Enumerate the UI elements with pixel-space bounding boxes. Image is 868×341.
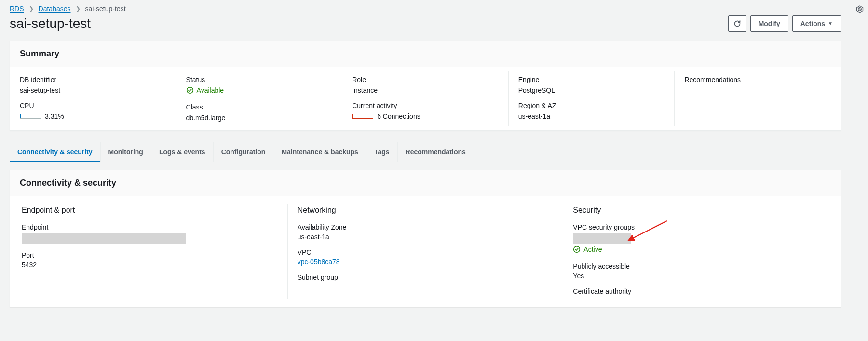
modify-button-label: Modify [759, 19, 780, 28]
engine-value: PostgreSQL [518, 86, 665, 94]
page-title: sai-setup-test [10, 16, 91, 31]
connectivity-panel: Connectivity & security Endpoint & port … [10, 170, 841, 307]
recommendations-label: Recommendations [684, 76, 831, 83]
refresh-button[interactable] [728, 15, 746, 32]
networking-title: Networking [298, 206, 554, 215]
tab-maintenance[interactable]: Maintenance & backups [273, 142, 366, 162]
modify-button[interactable]: Modify [750, 15, 788, 32]
security-title: Security [573, 206, 829, 215]
endpoint-label: Endpoint [22, 223, 278, 231]
ca-label: Certificate authority [573, 287, 829, 295]
chevron-right-icon: ❯ [29, 5, 34, 12]
chevron-right-icon: ❯ [76, 5, 81, 12]
status-value: Available [197, 86, 224, 94]
breadcrumb: RDS ❯ Databases ❯ sai-setup-test [10, 3, 841, 15]
check-circle-icon [573, 246, 581, 253]
status-label: Status [186, 76, 333, 83]
port-value: 5432 [22, 261, 278, 269]
role-value: Instance [352, 86, 499, 94]
current-activity-value: 6 Connections [377, 112, 420, 120]
class-value: db.m5d.large [186, 114, 333, 122]
public-label: Publicly accessible [573, 262, 829, 270]
cpu-label: CPU [20, 102, 166, 109]
refresh-icon [733, 20, 741, 27]
clock-icon[interactable] [856, 5, 864, 13]
cpu-value: 3.31% [45, 112, 64, 120]
header-actions: Modify Actions ▼ [728, 15, 841, 32]
tab-connectivity[interactable]: Connectivity & security [10, 142, 101, 162]
right-rail [851, 0, 868, 341]
public-value: Yes [573, 272, 829, 280]
db-identifier-value: sai-setup-test [20, 86, 166, 94]
tab-recommendations[interactable]: Recommendations [398, 142, 474, 162]
vpc-label: VPC [298, 248, 554, 256]
role-label: Role [352, 76, 499, 83]
class-label: Class [186, 103, 333, 111]
tabs: Connectivity & security Monitoring Logs … [10, 142, 841, 162]
actions-button-label: Actions [800, 19, 825, 28]
engine-label: Engine [518, 76, 665, 83]
vpc-sg-status: Active [583, 246, 602, 253]
tab-logs[interactable]: Logs & events [151, 142, 214, 162]
chevron-down-icon: ▼ [828, 19, 833, 28]
az-value: us-east-1a [298, 233, 554, 241]
tab-configuration[interactable]: Configuration [214, 142, 274, 162]
connectivity-title: Connectivity & security [10, 170, 841, 196]
tab-monitoring[interactable]: Monitoring [101, 142, 151, 162]
port-label: Port [22, 251, 278, 259]
tab-tags[interactable]: Tags [366, 142, 398, 162]
region-az-label: Region & AZ [518, 102, 665, 109]
vpc-sg-label: VPC security groups [573, 223, 829, 231]
check-circle-icon [186, 86, 194, 94]
endpoint-value-redacted [22, 233, 186, 244]
breadcrumb-root[interactable]: RDS [10, 5, 24, 13]
summary-panel: Summary DB identifier sai-setup-test CPU… [10, 41, 841, 131]
region-az-value: us-east-1a [518, 112, 665, 120]
vpc-sg-value-redacted [573, 233, 631, 244]
summary-title: Summary [10, 41, 841, 67]
vpc-value[interactable]: vpc-05b8ca78 [298, 258, 554, 266]
db-identifier-label: DB identifier [20, 76, 166, 83]
subnet-group-label: Subnet group [298, 273, 554, 281]
cpu-meter [20, 114, 41, 119]
current-activity-label: Current activity [352, 102, 499, 109]
endpoint-port-title: Endpoint & port [22, 206, 278, 215]
breadcrumb-databases[interactable]: Databases [39, 5, 71, 13]
actions-button[interactable]: Actions ▼ [792, 15, 841, 32]
breadcrumb-current: sai-setup-test [85, 5, 126, 13]
current-activity-meter [352, 114, 373, 119]
az-label: Availability Zone [298, 223, 554, 231]
